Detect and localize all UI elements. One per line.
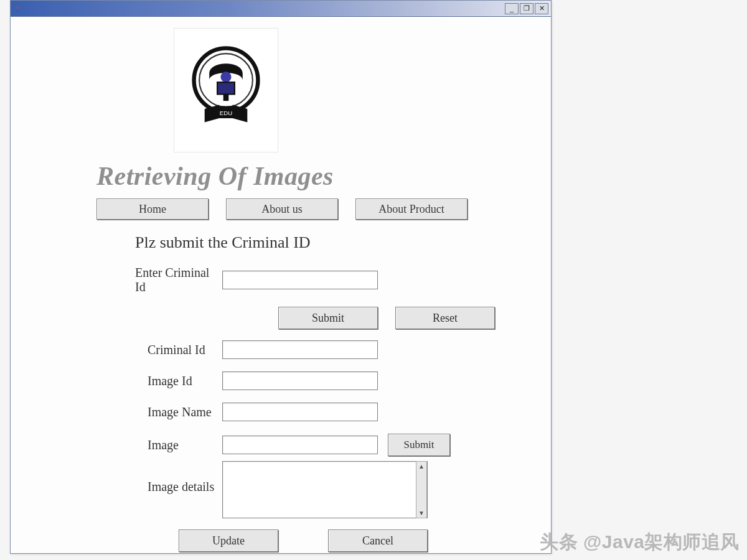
svg-text:EDU: EDU [220,110,232,116]
enter-criminal-id-input[interactable] [222,271,378,289]
criminal-id-label: Criminal Id [29,343,222,357]
page-subtitle: Plz submit the Criminal ID [135,233,532,252]
image-name-input[interactable] [222,403,378,421]
emblem-icon: EDU [186,44,266,137]
image-id-label: Image Id [29,374,222,388]
image-label: Image [29,438,222,452]
svg-rect-3 [223,94,229,101]
update-button[interactable]: Update [179,530,278,552]
watermark-text: 头条 @Java架构师追风 [540,530,740,555]
logo-container: EDU [174,28,278,152]
java-app-icon [14,4,23,13]
titlebar: _ ❐ ✕ [11,1,551,17]
image-name-label: Image Name [29,405,222,419]
submit-button[interactable]: Submit [278,307,378,329]
image-submit-button[interactable]: Submit [388,434,450,456]
page-title: Retrieving Of Images [96,161,532,191]
nav-about-us-button[interactable]: About us [226,198,338,220]
enter-criminal-id-label: Enter Criminal Id [29,266,222,294]
cancel-button[interactable]: Cancel [328,530,428,552]
image-details-textarea[interactable] [222,461,428,518]
nav-home-button[interactable]: Home [96,198,209,220]
reset-button[interactable]: Reset [395,307,495,329]
criminal-id-input[interactable] [222,340,378,359]
close-button[interactable]: ✕ [535,3,548,14]
svg-rect-2 [217,82,235,94]
image-details-label: Image details [29,461,222,494]
app-window: _ ❐ ✕ EDU Retrieving Of Images Home Abo [10,0,552,554]
maximize-button[interactable]: ❐ [520,3,533,14]
minimize-button[interactable]: _ [505,3,519,14]
nav-about-product-button[interactable]: About Product [355,198,467,220]
window-body: EDU Retrieving Of Images Home About us A… [11,17,551,553]
image-input[interactable] [222,436,378,454]
image-id-input[interactable] [222,371,378,390]
